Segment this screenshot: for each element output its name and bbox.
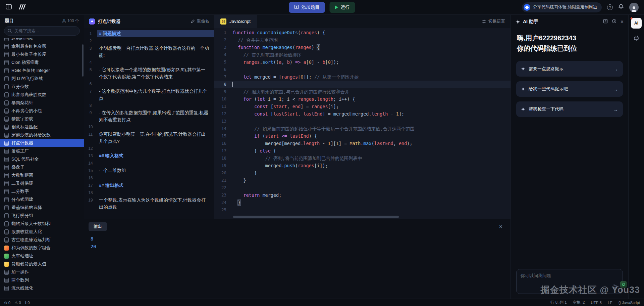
code-line[interactable]: 17 } else { bbox=[214, 147, 511, 155]
plugin-shortcut-icon[interactable] bbox=[620, 281, 627, 288]
status-item[interactable]: 行 8, 列 1 bbox=[550, 300, 567, 305]
sidebar-item[interactable]: 货船载货的最大值 bbox=[0, 260, 84, 268]
code-line[interactable]: 2 // 合并并去重范围 bbox=[214, 36, 511, 44]
status-item[interactable]: {} JavaScript bbox=[618, 301, 640, 305]
sidebar-item[interactable]: 大数和距离 bbox=[0, 171, 84, 179]
ai-question-input[interactable] bbox=[517, 269, 623, 294]
sidebar-item[interactable]: 暴雨梨花针 bbox=[0, 99, 84, 107]
user-avatar[interactable] bbox=[629, 3, 639, 12]
markdown-line[interactable]: 9- 在传入的多组数据范围中,如果出现了范围的重复,机器则不会重复打点 bbox=[84, 109, 214, 123]
markdown-line[interactable]: 13## 输入格式 bbox=[84, 152, 214, 160]
bell-icon[interactable] bbox=[618, 4, 624, 11]
sidebar-item[interactable]: 最小替换子串长度 bbox=[0, 50, 84, 58]
markdown-line[interactable]: 11你可以帮助小明算一算,在不同的情况下,计数器会打出几个点么? bbox=[84, 131, 214, 145]
sidebar-item[interactable]: 拿到最多红包金额 bbox=[0, 42, 84, 50]
search-input[interactable] bbox=[4, 26, 80, 36]
markdown-line[interactable]: 16 bbox=[84, 174, 214, 182]
sidebar-item[interactable]: 猜数字游戏 bbox=[0, 115, 84, 123]
sidebar-item[interactable]: 股票收益最大化 bbox=[0, 228, 84, 236]
sidebar-item[interactable]: 火车站选址 bbox=[0, 252, 84, 260]
code-line[interactable]: 7 let merged = [ranges[0]]; // 从第一个范围开始 bbox=[214, 73, 511, 81]
code-line[interactable]: 13 bbox=[214, 118, 511, 125]
code-line[interactable]: 18 // 否则,将当前范围添加到已合并的范围列表中 bbox=[214, 155, 511, 162]
sidebar-item[interactable]: 流水线优化 bbox=[0, 284, 84, 292]
sidebar-item[interactable]: 翻转后最大子数组和 bbox=[0, 220, 84, 228]
markdown-line[interactable]: 18 bbox=[84, 189, 214, 196]
sidebar-item[interactable]: 飞行棋分组 bbox=[0, 212, 84, 220]
sidebar-item[interactable]: 二分数字 bbox=[0, 187, 84, 195]
markdown-line[interactable]: 15一个二维数组 bbox=[84, 167, 214, 174]
sidebar-item[interactable]: 比赛最高获胜次数 bbox=[0, 91, 84, 99]
ai-suggestion-card[interactable]: 帮我检查一下代码→ bbox=[516, 101, 623, 117]
sidebar-item[interactable]: 二叉树供暖 bbox=[0, 179, 84, 187]
markdown-line[interactable]: 19一个整数,表示在输入为这个数组的情况下,计数器会打出的点数 bbox=[84, 196, 214, 211]
sidebar-item[interactable]: 和为偶数的数字组合 bbox=[0, 244, 84, 252]
sidebar-item[interactable]: SQL 代码补全 bbox=[0, 155, 84, 163]
send-icon[interactable] bbox=[613, 283, 620, 291]
markdown-line[interactable]: 8 bbox=[84, 102, 214, 109]
sidebar-item[interactable]: 分布式团建 bbox=[0, 195, 84, 204]
code-line[interactable]: 24 } bbox=[214, 199, 511, 206]
sidebar-item[interactable]: 加一操作 bbox=[0, 268, 84, 276]
code-line[interactable]: 12 const [lastStart, lastEnd] = merged[m… bbox=[214, 110, 511, 118]
markdown-line[interactable]: 4 bbox=[84, 59, 214, 66]
code-line[interactable]: 19 merged.push(ranges[i]); bbox=[214, 162, 511, 169]
sidebar-item[interactable]: 蛋糕工厂 bbox=[0, 147, 84, 155]
ai-assistant-launcher[interactable]: AI bbox=[631, 18, 642, 29]
tab-javascript[interactable]: JS JavaScript bbox=[214, 15, 257, 28]
code-line[interactable]: 10 for (let i = 1; i < ranges.length; i+… bbox=[214, 95, 511, 103]
history-icon[interactable] bbox=[612, 19, 616, 25]
sidebar-item[interactable]: 百分位数 bbox=[0, 83, 84, 91]
status-item[interactable]: 空格: 2 bbox=[573, 300, 585, 305]
sidebar-item[interactable]: 迟到的问候 bbox=[0, 38, 84, 42]
run-button[interactable]: 运行 bbox=[330, 2, 355, 13]
status-item[interactable]: LF bbox=[608, 301, 612, 305]
sidebar-item[interactable]: 叠盘子 bbox=[0, 163, 84, 171]
code-line[interactable]: 3 function mergeRanges(ranges) { bbox=[214, 44, 511, 51]
sidebar-item[interactable]: 古生物血缘近远判断 bbox=[0, 236, 84, 244]
code-line[interactable]: 25 bbox=[214, 206, 511, 214]
status-item[interactable]: UTF-8 bbox=[591, 301, 602, 305]
code-line[interactable]: 15 if (start <= lastEnd) { bbox=[214, 132, 511, 140]
code-line[interactable]: 21 } bbox=[214, 177, 511, 184]
sidebar-toggle-icon[interactable] bbox=[5, 3, 12, 11]
markdown-line[interactable]: 10 bbox=[84, 123, 214, 131]
sidebar-item[interactable]: 番茄编辑的选择 bbox=[0, 204, 84, 212]
sidebar-item[interactable]: Cion 勒索病毒 bbox=[0, 58, 84, 67]
sidebar-scrollbar[interactable] bbox=[82, 44, 84, 77]
switch-language-button[interactable]: 切换语言 bbox=[482, 18, 511, 24]
code-line[interactable]: 11 const [start, end] = ranges[i]; bbox=[214, 103, 511, 110]
sidebar-item[interactable]: 两个数列 bbox=[0, 276, 84, 284]
output-tab[interactable]: 输出 bbox=[89, 222, 107, 231]
app-logo-icon[interactable] bbox=[17, 3, 26, 11]
rename-button[interactable]: 重命名 bbox=[191, 18, 214, 24]
code-line[interactable]: 22 bbox=[214, 184, 511, 191]
sidebar-item[interactable]: 穿越沙漠的补给次数 bbox=[0, 131, 84, 139]
open-window-icon[interactable] bbox=[603, 19, 608, 25]
code-line[interactable]: 23 return merged; bbox=[214, 191, 511, 199]
markdown-line[interactable]: 6 bbox=[84, 80, 214, 88]
code-line[interactable]: 4 // 首先对范围按起始值排序 bbox=[214, 51, 511, 58]
code-line[interactable]: 1function countUniqueDots(ranges) { bbox=[214, 29, 511, 36]
plugin-icon[interactable] bbox=[631, 33, 641, 43]
markdown-line[interactable]: 17## 输出格式 bbox=[84, 182, 214, 189]
ai-close-icon[interactable]: × bbox=[621, 19, 624, 25]
sidebar-item[interactable]: 创意标题匹配 bbox=[0, 123, 84, 131]
problem-tab[interactable]: 打点计数器 bbox=[84, 18, 121, 25]
markdown-line[interactable]: 1# 问题描述 bbox=[84, 30, 214, 37]
horizontal-scrollbar[interactable] bbox=[233, 216, 399, 218]
sidebar-item[interactable]: 不再贪心的小包 bbox=[0, 107, 84, 115]
code-line[interactable]: 8 bbox=[214, 81, 511, 88]
code-line[interactable]: 16 merged[merged.length - 1][1] = Math.m… bbox=[214, 140, 511, 147]
code-editor[interactable]: 1function countUniqueDots(ranges) {2 // … bbox=[214, 28, 511, 219]
sidebar-item[interactable]: 阿 D 的飞行路线 bbox=[0, 75, 84, 83]
markdown-line[interactable]: 2 bbox=[84, 37, 214, 45]
code-line[interactable]: 14 // 如果当前范围的起始值小于等于最后一个合并范围的结束值,合并这两个范围 bbox=[214, 125, 511, 132]
markdown-line[interactable]: 3小明想发明一台打点计数器,这个计数器有这样的一个功能: bbox=[84, 45, 214, 59]
output-close-icon[interactable]: × bbox=[499, 224, 502, 229]
ai-suggestion-card[interactable]: 给我一些代码提示吧→ bbox=[516, 81, 623, 97]
markdown-line[interactable]: 7- 这个数据范围中包含几个数字,打点计数器就会打几个点 bbox=[84, 88, 214, 102]
ai-suggestion-card[interactable]: 需要一点思路提示→ bbox=[516, 61, 623, 77]
promo-banner[interactable]: 分享代码练习体验,领限量定制周边 bbox=[522, 2, 602, 12]
help-icon[interactable]: ? bbox=[607, 4, 613, 10]
